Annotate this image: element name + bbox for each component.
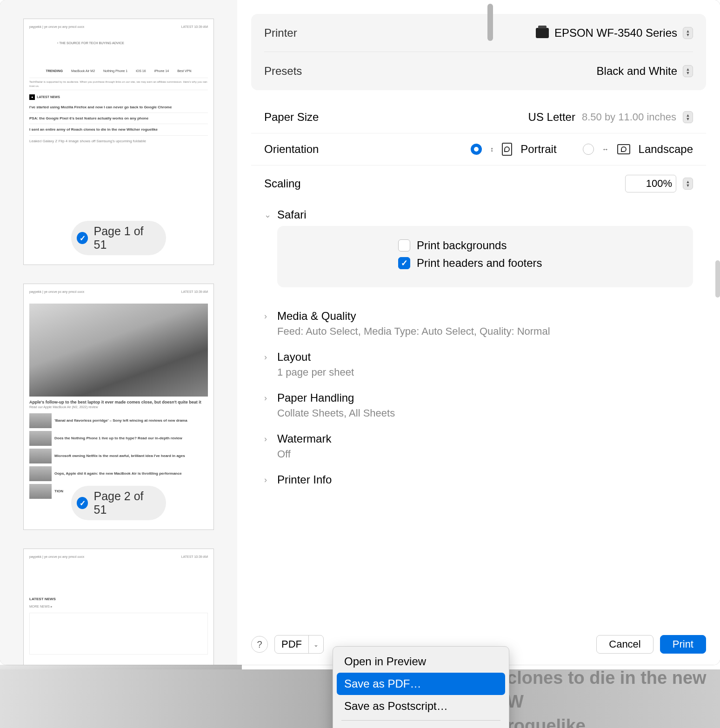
- portrait-label: Portrait: [520, 143, 556, 156]
- paper-handling-section[interactable]: ›Paper Handling Collate Sheets, All Shee…: [251, 385, 706, 426]
- page-thumbnail-1[interactable]: paypekk | ye oncve pc any pmcd oocxLATES…: [23, 19, 214, 265]
- scaling-row: Scaling 100% ▲▼: [251, 165, 706, 202]
- presets-row: Presets Black and White ▲▼: [264, 52, 693, 90]
- menu-open-in-preview[interactable]: Open in Preview: [337, 650, 505, 673]
- presets-label: Presets: [264, 65, 302, 78]
- paper-size-dims: 8.50 by 11.00 inches: [582, 111, 676, 123]
- pdf-dropdown-button[interactable]: PDF ⌄: [274, 635, 324, 654]
- printer-label: Printer: [264, 26, 297, 40]
- print-headers-footers-checkbox[interactable]: [398, 257, 410, 269]
- menu-save-as-pdf[interactable]: Save as PDF…: [337, 673, 505, 695]
- safari-section-header[interactable]: ⌄ Safari: [264, 208, 693, 221]
- printer-row: Printer EPSON WF-3540 Series ▲▼: [264, 14, 693, 52]
- media-quality-section[interactable]: ›Media & Quality Feed: Auto Select, Medi…: [251, 303, 706, 344]
- chevron-down-icon: ⌄: [308, 635, 323, 653]
- help-button[interactable]: ?: [251, 636, 268, 653]
- landscape-icon: [617, 144, 630, 154]
- menu-divider: [341, 720, 500, 721]
- page-2-badge: Page 2 of 51: [71, 486, 166, 520]
- scaling-label: Scaling: [264, 177, 301, 190]
- safari-label: Safari: [277, 208, 307, 221]
- orientation-row: Orientation ↕ Portrait ↔ Landscape: [251, 133, 706, 165]
- main-scrollbar-thumb[interactable]: [715, 260, 720, 298]
- chevron-right-icon: ›: [264, 475, 273, 485]
- chevron-right-icon: ›: [264, 393, 273, 403]
- orientation-label: Orientation: [264, 143, 319, 156]
- printer-icon: [536, 28, 549, 38]
- landscape-radio[interactable]: [583, 144, 594, 155]
- chevron-right-icon: ›: [264, 434, 273, 444]
- scaling-stepper[interactable]: ▲▼: [683, 178, 693, 190]
- chevron-right-icon: ›: [264, 352, 273, 362]
- check-icon: [77, 232, 88, 244]
- portrait-icon: [502, 143, 512, 156]
- print-settings-panel: Printer EPSON WF-3540 Series ▲▼ Presets …: [237, 0, 720, 665]
- printer-value: EPSON WF-3540 Series: [554, 26, 677, 40]
- scaling-input[interactable]: 100%: [625, 175, 676, 192]
- print-dialog: paypekk | ye oncve pc any pmcd oocxLATES…: [0, 0, 720, 665]
- presets-value: Black and White: [597, 65, 677, 78]
- landscape-label: Landscape: [639, 143, 693, 156]
- presets-select-arrows[interactable]: ▲▼: [683, 65, 693, 77]
- paper-size-select-arrows[interactable]: ▲▼: [683, 111, 693, 123]
- portrait-radio[interactable]: [471, 144, 482, 155]
- watermark-section[interactable]: ›Watermark Off: [251, 426, 706, 467]
- chevron-right-icon: ›: [264, 311, 273, 321]
- print-backgrounds-checkbox[interactable]: [398, 239, 410, 251]
- page-1-label: Page 1 of 51: [93, 225, 156, 251]
- page-thumbnail-3[interactable]: paypekk | ye oncve pc any pmcd oocxLATES…: [23, 549, 214, 665]
- printer-select-arrows[interactable]: ▲▼: [683, 27, 693, 39]
- cancel-button[interactable]: Cancel: [596, 635, 653, 654]
- paper-size-value: US Letter: [528, 111, 575, 124]
- menu-save-as-postscript[interactable]: Save as Postscript…: [337, 695, 505, 717]
- sidebar-scrollbar-thumb[interactable]: [487, 4, 493, 41]
- landscape-arrow-icon: ↔: [602, 146, 609, 153]
- print-button[interactable]: Print: [660, 635, 706, 654]
- check-icon: [77, 497, 88, 509]
- menu-more-chevron[interactable]: ⌄: [337, 723, 505, 728]
- page-2-label: Page 2 of 51: [93, 490, 156, 516]
- paper-size-row: Paper Size US Letter 8.50 by 11.00 inche…: [251, 101, 706, 133]
- top-panel: Printer EPSON WF-3540 Series ▲▼ Presets …: [251, 14, 706, 90]
- pdf-dropdown-menu: Open in Preview Save as PDF… Save as Pos…: [333, 646, 509, 728]
- page-thumbnail-2[interactable]: paypekk | ye oncve pc any pmcd oocxLATES…: [23, 284, 214, 530]
- print-headers-footers-label: Print headers and footers: [417, 257, 542, 270]
- layout-section[interactable]: ›Layout 1 page per sheet: [251, 344, 706, 385]
- pdf-button-label: PDF: [275, 638, 308, 650]
- preview-sidebar: paypekk | ye oncve pc any pmcd oocxLATES…: [0, 0, 237, 665]
- paper-size-label: Paper Size: [264, 111, 319, 124]
- page-1-badge: Page 1 of 51: [71, 221, 166, 255]
- print-backgrounds-label: Print backgrounds: [417, 239, 507, 252]
- chevron-down-icon: ⌄: [264, 210, 273, 220]
- safari-section: ⌄ Safari Print backgrounds Print headers…: [251, 202, 706, 303]
- portrait-arrow-icon: ↕: [490, 146, 493, 153]
- printer-info-section[interactable]: ›Printer Info: [251, 467, 706, 493]
